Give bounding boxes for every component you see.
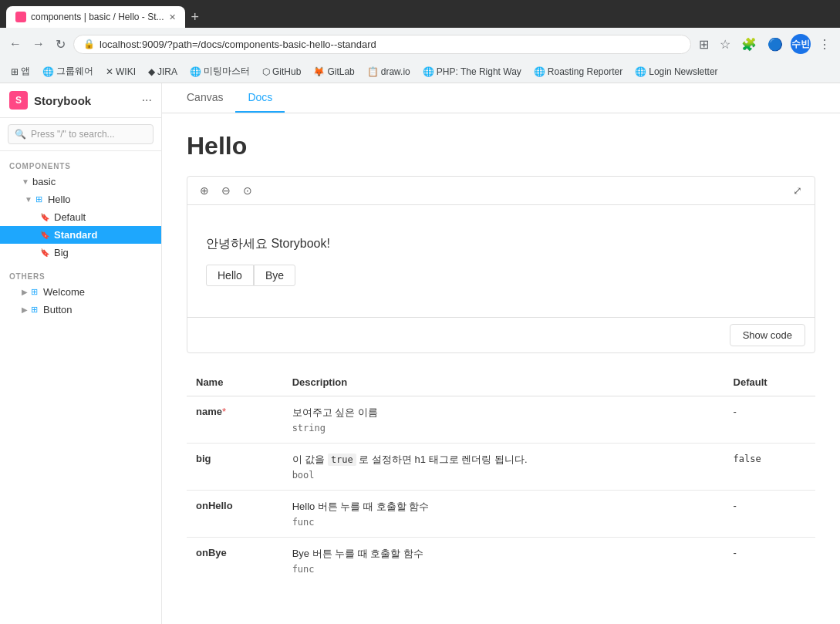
zoom-reset-icon: ⊙ [243, 184, 252, 197]
bookmark-wiki[interactable]: ✕ WIKI [101, 65, 140, 79]
preview-box: ⊕ ⊖ ⊙ ⤢ 안녕하세요 Storybook! Hello [187, 176, 815, 353]
sidebar-item-button[interactable]: ▶ ⊞ Button [0, 301, 161, 319]
bookmark-apps[interactable]: ⊞ 앱 [6, 63, 35, 79]
bye-button[interactable]: Bye [254, 265, 295, 286]
bookmark-jira[interactable]: ◆ JIRA [143, 65, 182, 79]
tab-favicon [15, 12, 26, 22]
translate-icon[interactable]: ⊞ [696, 34, 712, 55]
bookmark-roasting[interactable]: 🌐 Roasting Reporter [529, 65, 627, 79]
new-tab-button[interactable]: + [185, 9, 206, 25]
welcome-component-icon: ⊞ [31, 287, 38, 297]
lock-icon: 🔒 [83, 39, 95, 49]
extensions-icon[interactable]: 🧩 [738, 34, 760, 55]
sidebar-item-big[interactable]: 🔖 Big [0, 244, 161, 261]
props-table: Name Description Default name* 보여주고 싶은 이… [187, 369, 815, 584]
prop-onbye-default: - [724, 538, 815, 585]
apps-icon: ⊞ [11, 66, 19, 77]
story-bookmark-icon: 🔖 [40, 213, 49, 221]
preview-buttons: Hello Bye [206, 265, 796, 286]
sidebar-item-standard[interactable]: 🔖 Standard [0, 226, 161, 244]
components-section-label: COMPONENTS [0, 157, 161, 173]
table-row-big: big 이 값을 true 로 설정하면 h1 태그로 렌더링 됩니다. boo… [187, 444, 815, 491]
sidebar-nav: COMPONENTS ▼ basic ▼ ⊞ Hello 🔖 Default 🔖… [0, 151, 161, 624]
back-button[interactable]: ← [6, 34, 25, 54]
prop-name-default: - [724, 396, 815, 444]
bookmark-login[interactable]: 🌐 Login Newsletter [630, 65, 722, 79]
login-icon: 🌐 [635, 66, 646, 77]
prop-onhello-desc: Hello 버튼 누를 때 호출할 함수 func [283, 491, 724, 538]
expand-button[interactable]: ⤢ [790, 183, 805, 198]
col-description: Description [283, 369, 724, 396]
tab-bar: components | basic / Hello - St... ✕ + [0, 0, 840, 28]
sidebar-item-hello-label: Hello [48, 194, 71, 205]
preview-content: 안녕하세요 Storybook! Hello Bye [187, 205, 815, 317]
bookmark-icon[interactable]: ☆ [717, 34, 734, 55]
nav-bar: ← → ↻ 🔒 localhost:9009/?path=/docs/compo… [0, 28, 840, 60]
address-bar[interactable]: 🔒 localhost:9009/?path=/docs/components-… [73, 35, 691, 54]
tab-canvas[interactable]: Canvas [174, 83, 235, 113]
story-bookmark-active-icon: 🔖 [40, 231, 49, 239]
table-row-name: name* 보여주고 싶은 이름 string - [187, 396, 815, 444]
profile-button[interactable]: 수빈 [791, 34, 811, 54]
bookmark-php[interactable]: 🌐 PHP: The Right Way [418, 65, 526, 79]
chevron-right-button-icon: ▶ [22, 305, 28, 314]
search-input[interactable]: 🔍 Press "/" to search... [8, 124, 153, 144]
prop-onbye-desc: Bye 버튼 누를 때 호출할 함수 func [283, 538, 724, 585]
sidebar-header: S Storybook ··· [0, 83, 161, 118]
svg-point-0 [17, 13, 25, 21]
bookmark-growler[interactable]: 🌐 그룹웨어 [38, 63, 98, 79]
sidebar-item-basic-label: basic [32, 176, 56, 187]
sidebar-item-hello[interactable]: ▼ ⊞ Hello [0, 191, 161, 208]
extension2-icon[interactable]: 🔵 [764, 34, 786, 55]
preview-toolbar: ⊕ ⊖ ⊙ ⤢ [187, 177, 815, 205]
active-tab[interactable]: components | basic / Hello - St... ✕ [6, 6, 185, 28]
gitlab-icon: 🦊 [313, 66, 325, 77]
tab-close-icon[interactable]: ✕ [169, 12, 176, 22]
hello-button[interactable]: Hello [206, 265, 254, 286]
zoom-in-icon: ⊕ [200, 184, 209, 197]
chevron-down-icon: ▼ [22, 177, 29, 186]
sidebar-item-button-label: Button [43, 304, 73, 315]
menu-button[interactable]: ⋮ [815, 34, 834, 55]
sidebar-item-default-label: Default [54, 211, 86, 223]
bookmark-drawio[interactable]: 📋 draw.io [363, 65, 415, 79]
zoom-out-icon: ⊖ [221, 184, 231, 197]
prop-name-name: name* [187, 396, 283, 444]
reload-button[interactable]: ↻ [52, 34, 69, 55]
prop-onbye-name: onBye [187, 538, 283, 585]
col-default: Default [724, 369, 815, 396]
sidebar-menu-button[interactable]: ··· [142, 93, 152, 107]
chevron-right-welcome-icon: ▶ [22, 288, 28, 296]
tab-title: components | basic / Hello - St... [31, 12, 164, 22]
prop-big-default: false [724, 444, 815, 491]
prop-big-name: big [187, 444, 283, 491]
sidebar-item-welcome-label: Welcome [43, 286, 85, 298]
browser-chrome: components | basic / Hello - St... ✕ + ←… [0, 0, 840, 83]
sidebar-item-default[interactable]: 🔖 Default [0, 208, 161, 226]
content-tabs: Canvas Docs [162, 83, 840, 113]
growler-icon: 🌐 [42, 66, 54, 77]
preview-greeting: 안녕하세요 Storybook! [206, 236, 796, 252]
sidebar-item-welcome[interactable]: ▶ ⊞ Welcome [0, 283, 161, 301]
github-icon: ⬡ [262, 66, 270, 77]
prop-onhello-default: - [724, 491, 815, 538]
bookmark-miting[interactable]: 🌐 미팅마스터 [185, 63, 255, 79]
sidebar: S Storybook ··· 🔍 Press "/" to search...… [0, 83, 162, 624]
roasting-icon: 🌐 [534, 66, 545, 77]
zoom-out-button[interactable]: ⊖ [218, 183, 234, 198]
content-body: Hello ⊕ ⊖ ⊙ ⤢ [162, 113, 840, 624]
zoom-in-button[interactable]: ⊕ [197, 183, 212, 198]
prop-big-desc: 이 값을 true 로 설정하면 h1 태그로 렌더링 됩니다. bool [283, 444, 724, 491]
zoom-reset-button[interactable]: ⊙ [240, 183, 255, 198]
expand-icon: ⤢ [793, 184, 802, 197]
content-area: Canvas Docs Hello ⊕ ⊖ ⊙ [162, 83, 840, 624]
forward-button[interactable]: → [29, 34, 48, 54]
tab-docs[interactable]: Docs [235, 83, 285, 113]
sidebar-item-basic[interactable]: ▼ basic [0, 173, 161, 191]
button-component-icon: ⊞ [31, 305, 38, 315]
story-bookmark-big-icon: 🔖 [40, 248, 49, 257]
bookmark-github[interactable]: ⬡ GitHub [258, 65, 305, 79]
sidebar-logo: S [9, 91, 28, 110]
show-code-button[interactable]: Show code [730, 324, 805, 346]
bookmark-gitlab[interactable]: 🦊 GitLab [309, 65, 359, 79]
